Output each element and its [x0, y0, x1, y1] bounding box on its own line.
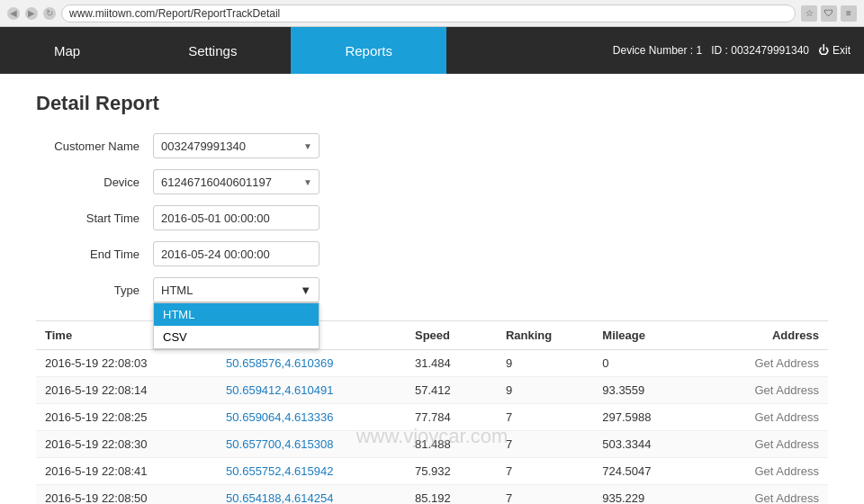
start-time-row: Start Time 2016-05-01 00:00:00 — [36, 205, 828, 230]
cell-time: 2016-5-19 22:08:50 — [36, 485, 217, 505]
table-row: 2016-5-19 22:08:50 50.654188,4.614254 85… — [36, 485, 828, 505]
shield-icon: 🛡 — [821, 5, 837, 22]
table-row: 2016-5-19 22:08:30 50.657700,4.615308 81… — [36, 431, 828, 458]
customer-name-label: Customer Name — [36, 140, 153, 153]
customer-name-select-wrapper: 0032479991340 ▼ — [153, 133, 320, 158]
type-selected-value: HTML — [161, 284, 193, 297]
cell-ranking: 7 — [497, 458, 593, 485]
cell-speed: 81.488 — [406, 431, 497, 458]
tab-settings[interactable]: Settings — [134, 27, 291, 74]
customer-name-row: Customer Name 0032479991340 ▼ — [36, 133, 828, 158]
device-label: Device — [36, 176, 153, 189]
cell-mileage: 935.229 — [593, 485, 704, 505]
table-row: 2016-5-19 22:08:25 50.659064,4.613336 77… — [36, 404, 828, 431]
cell-llc[interactable]: 50.659412,4.610491 — [217, 377, 406, 404]
cell-mileage: 297.5988 — [593, 404, 704, 431]
end-time-label: End Time — [36, 248, 153, 261]
cell-address[interactable]: Get Address — [704, 404, 828, 431]
back-button[interactable]: ◀ — [7, 7, 20, 20]
forward-button[interactable]: ▶ — [25, 7, 38, 20]
cell-mileage: 503.3344 — [593, 431, 704, 458]
nav-bar: Map Settings Reports Device Number : 1 I… — [0, 27, 864, 74]
cell-time: 2016-5-19 22:08:03 — [36, 350, 217, 377]
device-select[interactable]: 61246716040601197 — [153, 169, 320, 194]
type-label: Type — [36, 284, 153, 297]
cell-speed: 31.484 — [406, 350, 497, 377]
type-option-csv[interactable]: CSV — [154, 326, 319, 348]
cell-time: 2016-5-19 22:08:25 — [36, 404, 217, 431]
cell-address[interactable]: Get Address — [704, 431, 828, 458]
exit-label: Exit — [832, 44, 850, 57]
cell-mileage: 93.3559 — [593, 377, 704, 404]
type-dropdown-selected[interactable]: HTML ▼ — [153, 277, 320, 302]
cell-address[interactable]: Get Address — [704, 485, 828, 505]
tab-map[interactable]: Map — [0, 27, 134, 74]
main-content: Detail Report Customer Name 003247999134… — [0, 74, 864, 504]
start-time-input[interactable]: 2016-05-01 00:00:00 — [153, 205, 320, 230]
url-bar[interactable]: www.miitown.com/Report/ReportTrackDetail — [61, 4, 796, 22]
device-row: Device 61246716040601197 ▼ — [36, 169, 828, 194]
table-body: 2016-5-19 22:08:03 50.658576,4.610369 31… — [36, 350, 828, 505]
col-address: Address — [704, 321, 828, 350]
cell-llc[interactable]: 50.657700,4.615308 — [217, 431, 406, 458]
table-row: 2016-5-19 22:08:03 50.658576,4.610369 31… — [36, 350, 828, 377]
cell-mileage: 724.5047 — [593, 458, 704, 485]
cell-ranking: 7 — [497, 485, 593, 505]
cell-time: 2016-5-19 22:08:30 — [36, 431, 217, 458]
cell-ranking: 9 — [497, 350, 593, 377]
type-dropdown-menu: HTML CSV — [153, 302, 320, 349]
cell-llc[interactable]: 50.659064,4.613336 — [217, 404, 406, 431]
cell-mileage: 0 — [593, 350, 704, 377]
browser-icons: ☆ 🛡 ≡ — [801, 5, 857, 22]
type-arrow-icon: ▼ — [300, 284, 311, 297]
start-time-label: Start Time — [36, 212, 153, 225]
col-ranking: Ranking — [497, 321, 593, 350]
table-row: 2016-5-19 22:08:14 50.659412,4.610491 57… — [36, 377, 828, 404]
type-option-html[interactable]: HTML — [154, 303, 319, 326]
table-row: 2016-5-19 22:08:41 50.655752,4.615942 75… — [36, 458, 828, 485]
cell-llc[interactable]: 50.658576,4.610369 — [217, 350, 406, 377]
nav-right: Device Number : 1 ID : 0032479991340 ⏻ E… — [599, 27, 864, 74]
exit-icon: ⏻ — [818, 44, 829, 57]
device-id: ID : 0032479991340 — [711, 44, 809, 57]
device-select-wrapper: 61246716040601197 ▼ — [153, 169, 320, 194]
menu-icon[interactable]: ≡ — [841, 5, 857, 22]
device-number: Device Number : 1 — [613, 44, 702, 57]
col-mileage: Mileage — [593, 321, 704, 350]
end-time-input[interactable]: 2016-05-24 00:00:00 — [153, 241, 320, 266]
cell-llc[interactable]: 50.655752,4.615942 — [217, 458, 406, 485]
customer-name-select[interactable]: 0032479991340 — [153, 133, 320, 158]
cell-speed: 85.192 — [406, 485, 497, 505]
cell-address[interactable]: Get Address — [704, 350, 828, 377]
bookmark-icon[interactable]: ☆ — [801, 5, 817, 22]
cell-speed: 57.412 — [406, 377, 497, 404]
exit-button[interactable]: ⏻ Exit — [818, 44, 850, 57]
url-text: www.miitown.com/Report/ReportTrackDetail — [69, 7, 280, 20]
cell-time: 2016-5-19 22:08:14 — [36, 377, 217, 404]
cell-ranking: 7 — [497, 431, 593, 458]
col-speed: Speed — [406, 321, 497, 350]
browser-chrome: ◀ ▶ ↻ www.miitown.com/Report/ReportTrack… — [0, 0, 864, 27]
type-row: Type HTML ▼ HTML CSV — [36, 277, 828, 302]
end-time-row: End Time 2016-05-24 00:00:00 — [36, 241, 828, 266]
cell-time: 2016-5-19 22:08:41 — [36, 458, 217, 485]
refresh-button[interactable]: ↻ — [43, 7, 56, 20]
page-title: Detail Report — [36, 92, 828, 115]
cell-address[interactable]: Get Address — [704, 458, 828, 485]
cell-speed: 77.784 — [406, 404, 497, 431]
tab-reports[interactable]: Reports — [291, 27, 446, 74]
cell-llc[interactable]: 50.654188,4.614254 — [217, 485, 406, 505]
cell-speed: 75.932 — [406, 458, 497, 485]
cell-ranking: 7 — [497, 404, 593, 431]
cell-ranking: 9 — [497, 377, 593, 404]
type-dropdown-wrapper: HTML ▼ HTML CSV — [153, 277, 320, 302]
cell-address[interactable]: Get Address — [704, 377, 828, 404]
